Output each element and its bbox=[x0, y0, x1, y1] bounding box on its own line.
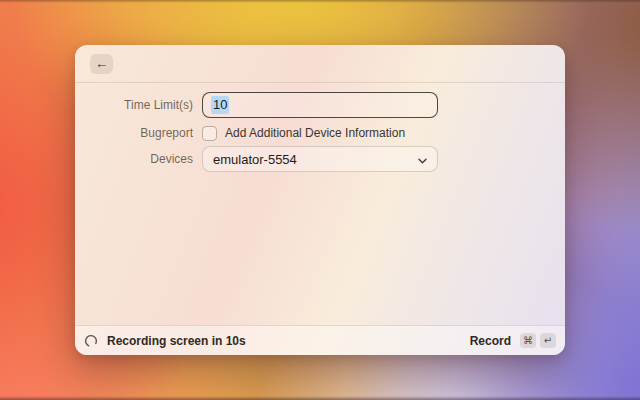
devices-label: Devices bbox=[89, 152, 193, 166]
app-window: ← Time Limit(s) 10 Bugreport Add Additio… bbox=[75, 45, 565, 355]
bugreport-label: Bugreport bbox=[89, 126, 193, 140]
devices-dropdown[interactable]: emulator-5554 bbox=[202, 146, 438, 172]
bugreport-checkbox-group[interactable]: Add Additional Device Information bbox=[202, 126, 405, 141]
command-key-icon: ⌘ bbox=[520, 333, 536, 348]
window-header: ← bbox=[75, 45, 565, 83]
return-key-icon: ↵ bbox=[540, 333, 556, 348]
devices-dropdown-value: emulator-5554 bbox=[213, 152, 297, 167]
time-limit-value: 10 bbox=[211, 96, 229, 114]
spinner-icon bbox=[84, 334, 98, 348]
checkbox-unchecked-icon[interactable] bbox=[202, 126, 217, 141]
form-row-time-limit: Time Limit(s) 10 bbox=[89, 91, 565, 118]
time-limit-label: Time Limit(s) bbox=[89, 98, 193, 112]
desktop-background: ← Time Limit(s) 10 Bugreport Add Additio… bbox=[0, 0, 640, 400]
top-edge-shade bbox=[0, 0, 640, 3]
record-button[interactable]: Record ⌘ ↵ bbox=[470, 333, 556, 348]
form-row-devices: Devices emulator-5554 bbox=[89, 146, 565, 172]
footer-bar: Recording screen in 10s Record ⌘ ↵ bbox=[75, 325, 565, 355]
back-button[interactable]: ← bbox=[90, 54, 113, 74]
back-arrow-icon: ← bbox=[95, 57, 108, 70]
bottom-edge-shade bbox=[0, 396, 640, 400]
chevron-down-icon bbox=[418, 152, 427, 167]
record-button-label: Record bbox=[470, 334, 511, 348]
time-limit-input[interactable]: 10 bbox=[202, 92, 438, 118]
form-row-bugreport: Bugreport Add Additional Device Informat… bbox=[89, 123, 565, 143]
bugreport-checkbox-label: Add Additional Device Information bbox=[225, 126, 405, 140]
form: Time Limit(s) 10 Bugreport Add Additiona… bbox=[75, 83, 565, 172]
footer-status-group: Recording screen in 10s bbox=[84, 334, 246, 348]
status-text: Recording screen in 10s bbox=[107, 334, 246, 348]
